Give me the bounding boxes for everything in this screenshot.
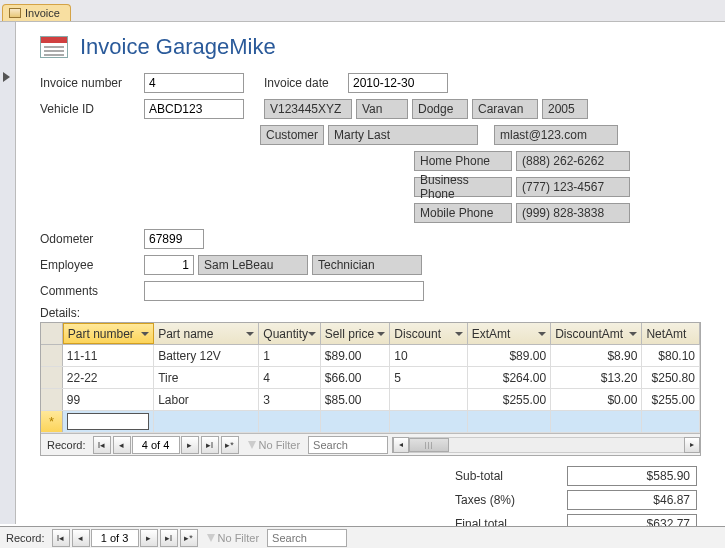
grid-corner[interactable] <box>41 323 63 344</box>
vehicle-body: Van <box>356 99 408 119</box>
main-nav-position[interactable] <box>91 529 139 547</box>
label-invoice-date: Invoice date <box>264 76 344 90</box>
cell-part-number[interactable]: 99 <box>63 389 154 410</box>
nav-last-button[interactable]: ▸I <box>201 436 219 454</box>
cell-netamt[interactable]: $250.80 <box>642 367 700 388</box>
label-subtotal: Sub-total <box>455 469 555 483</box>
tab-invoice[interactable]: Invoice <box>2 4 71 21</box>
cell-quantity[interactable]: 1 <box>259 345 321 366</box>
tab-bar: Invoice <box>0 0 725 22</box>
vehicle-vin: V123445XYZ <box>264 99 352 119</box>
cell-part-name[interactable]: Tire <box>154 367 259 388</box>
col-discountamt[interactable]: DiscountAmt <box>551 323 642 344</box>
main-nav-bar: Record: I◂ ◂ ▸ ▸I ▸* No Filter <box>0 526 725 548</box>
cell-sell-price[interactable]: $85.00 <box>321 389 390 410</box>
scroll-left-button[interactable]: ◂ <box>393 437 409 453</box>
chevron-down-icon <box>308 332 316 336</box>
totals-block: Sub-total $585.90 Taxes (8%) $46.87 Fina… <box>40 466 701 534</box>
cell-netamt[interactable]: $255.00 <box>642 389 700 410</box>
main-nav-no-filter: No Filter <box>199 532 268 544</box>
col-discount[interactable]: Discount <box>390 323 467 344</box>
label-odometer: Odometer <box>40 232 140 246</box>
scroll-track[interactable] <box>409 437 684 453</box>
chevron-down-icon <box>246 332 254 336</box>
nav-first-button[interactable]: I◂ <box>93 436 111 454</box>
subform-hscroll[interactable]: ◂ ▸ <box>392 437 700 453</box>
cell-part-name[interactable]: Battery 12V <box>154 345 259 366</box>
cell-quantity[interactable]: 3 <box>259 389 321 410</box>
table-row[interactable]: 99Labor3$85.00$255.00$0.00$255.00 <box>41 389 700 411</box>
invoice-number-field[interactable] <box>144 73 244 93</box>
cell-sell-price[interactable]: $66.00 <box>321 367 390 388</box>
cell-extamt[interactable]: $255.00 <box>468 389 551 410</box>
scroll-thumb[interactable] <box>409 438 449 452</box>
col-quantity[interactable]: Quantity <box>259 323 321 344</box>
cell-sell-price[interactable]: $89.00 <box>321 345 390 366</box>
label-comments: Comments <box>40 284 140 298</box>
main-nav-first-button[interactable]: I◂ <box>52 529 70 547</box>
col-part-name[interactable]: Part name <box>154 323 259 344</box>
nav-record-label: Record: <box>41 439 92 451</box>
comments-field[interactable] <box>144 281 424 301</box>
cell-discount[interactable] <box>390 389 467 410</box>
col-part-number[interactable]: Part number <box>63 323 154 344</box>
chevron-down-icon <box>538 332 546 336</box>
page-title: Invoice GarageMike <box>80 34 276 60</box>
customer-email: mlast@123.com <box>494 125 618 145</box>
label-business-phone: Business Phone <box>414 177 512 197</box>
funnel-icon <box>207 534 215 542</box>
row-selector[interactable] <box>41 345 63 366</box>
chevron-down-icon <box>141 332 149 336</box>
cell-discount[interactable]: 5 <box>390 367 467 388</box>
label-vehicle-id: Vehicle ID <box>40 102 140 116</box>
cell-extamt[interactable]: $89.00 <box>468 345 551 366</box>
row-selector[interactable] <box>41 389 63 410</box>
cell-part-number[interactable]: 11-11 <box>63 345 154 366</box>
invoice-date-field[interactable] <box>348 73 448 93</box>
record-selector-bar[interactable] <box>0 22 16 524</box>
nav-search-input[interactable] <box>308 436 388 454</box>
label-details: Details: <box>40 306 701 320</box>
cell-discountamt[interactable]: $0.00 <box>551 389 642 410</box>
cell-part-name[interactable]: Labor <box>154 389 259 410</box>
employee-id-field[interactable] <box>144 255 194 275</box>
grid-new-row[interactable]: * <box>41 411 700 433</box>
cell-extamt[interactable]: $264.00 <box>468 367 551 388</box>
cell-quantity[interactable]: 4 <box>259 367 321 388</box>
scroll-right-button[interactable]: ▸ <box>684 437 700 453</box>
main-nav-search-input[interactable] <box>267 529 347 547</box>
table-row[interactable]: 22-22Tire4$66.005$264.00$13.20$250.80 <box>41 367 700 389</box>
odometer-field[interactable] <box>144 229 204 249</box>
cell-discountamt[interactable]: $13.20 <box>551 367 642 388</box>
nav-new-button[interactable]: ▸* <box>221 436 239 454</box>
cell-discountamt[interactable]: $8.90 <box>551 345 642 366</box>
chevron-down-icon <box>629 332 637 336</box>
cell-part-number[interactable]: 22-22 <box>63 367 154 388</box>
cell-discount[interactable]: 10 <box>390 345 467 366</box>
mobile-phone: (999) 828-3838 <box>516 203 630 223</box>
label-mobile-phone: Mobile Phone <box>414 203 512 223</box>
main-nav-next-button[interactable]: ▸ <box>140 529 158 547</box>
current-record-arrow-icon <box>3 72 10 82</box>
vehicle-id-field[interactable] <box>144 99 244 119</box>
vehicle-make: Dodge <box>412 99 468 119</box>
col-netamt[interactable]: NetAmt <box>642 323 700 344</box>
nav-prev-button[interactable]: ◂ <box>113 436 131 454</box>
tab-label: Invoice <box>25 7 60 19</box>
taxes-value: $46.87 <box>567 490 697 510</box>
row-selector[interactable] <box>41 367 63 388</box>
col-extamt[interactable]: ExtAmt <box>468 323 551 344</box>
invoice-icon <box>40 36 68 58</box>
main-nav-last-button[interactable]: ▸I <box>160 529 178 547</box>
cell-netamt[interactable]: $80.10 <box>642 345 700 366</box>
table-row[interactable]: 11-11Battery 12V1$89.0010$89.00$8.90$80.… <box>41 345 700 367</box>
form-header: Invoice GarageMike <box>0 22 725 68</box>
nav-next-button[interactable]: ▸ <box>181 436 199 454</box>
label-employee: Employee <box>40 258 140 272</box>
new-part-number-input[interactable] <box>67 413 149 430</box>
nav-position[interactable] <box>132 436 180 454</box>
col-sell-price[interactable]: Sell price <box>321 323 390 344</box>
form-body: Invoice number Invoice date Vehicle ID V… <box>16 68 725 534</box>
main-nav-prev-button[interactable]: ◂ <box>72 529 90 547</box>
main-nav-new-button[interactable]: ▸* <box>180 529 198 547</box>
